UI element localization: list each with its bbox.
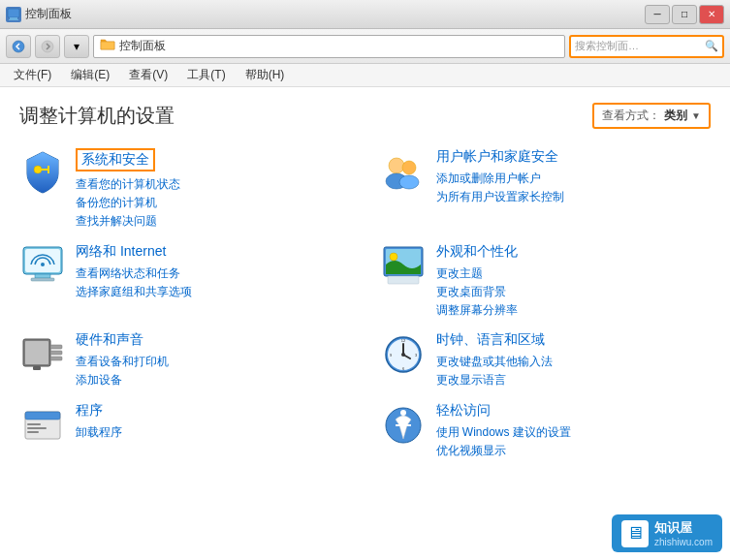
network-link-0[interactable]: 查看网络状态和任务 [76,264,351,283]
menu-bar: 文件(F)编辑(E)查看(V)工具(T)帮助(H) [0,64,730,87]
svg-rect-21 [50,345,62,349]
menu-item-help[interactable]: 帮助(H) [239,65,291,85]
system-security-icon [19,148,66,195]
accessibility-title[interactable]: 轻松访问 [436,402,491,420]
system-security-link-0[interactable]: 查看您的计算机状态 [76,175,351,194]
panels-grid: 系统和安全查看您的计算机状态备份您的计算机查找并解决问题 用户帐户和家庭安全添加… [19,148,711,460]
title-bar-controls: ─ □ ✕ [645,5,724,24]
forward-button[interactable] [35,35,60,58]
recent-button[interactable]: ▾ [64,35,89,58]
svg-rect-23 [50,357,62,360]
panel-user-accounts: 用户帐户和家庭安全添加或删除用户帐户为所有用户设置家长控制 [380,148,712,232]
svg-rect-36 [27,423,41,425]
appearance-link-1[interactable]: 更改桌面背景 [436,283,712,301]
hardware-title[interactable]: 硬件和声音 [76,331,143,349]
address-bar: ▾ 控制面板 搜索控制面… 🔍 [0,29,730,64]
program-info: 程序卸载程序 [76,402,351,442]
network-title[interactable]: 网络和 Internet [76,243,166,261]
network-info: 网络和 Internet查看网络状态和任务选择家庭组和共享选项 [76,243,351,301]
titlebar-icon [6,7,21,22]
svg-rect-1 [10,17,17,19]
user-accounts-icon [380,148,427,195]
svg-point-6 [389,158,404,173]
menu-item-edit[interactable]: 编辑(E) [65,65,115,85]
hardware-link-0[interactable]: 查看设备和打印机 [76,353,351,371]
title-bar-left: 控制面板 [6,6,72,22]
menu-item-view[interactable]: 查看(V) [123,65,174,85]
view-selector-arrow: ▼ [691,110,701,121]
clock-link-0[interactable]: 更改键盘或其他输入法 [436,353,712,371]
svg-rect-12 [35,274,50,278]
program-title[interactable]: 程序 [76,402,103,420]
svg-rect-18 [388,276,419,284]
svg-point-14 [41,263,45,266]
svg-rect-20 [25,341,48,364]
clock-info: 时钟、语言和区域更改键盘或其他输入法更改显示语言 [436,331,712,389]
address-field[interactable]: 控制面板 [93,35,565,58]
main-content: 调整计算机的设置 查看方式： 类别 ▼ 系统和安全查看您的计算机状态备份您的计算… [0,87,730,560]
user-accounts-link-1[interactable]: 为所有用户设置家长控制 [436,188,712,206]
watermark: 🖥 知识屋 zhishiwu.com [612,514,722,552]
user-accounts-info: 用户帐户和家庭安全添加或删除用户帐户为所有用户设置家长控制 [436,148,712,206]
svg-point-4 [42,41,53,52]
svg-text:12: 12 [400,338,405,343]
watermark-text-block: 知识屋 zhishiwu.com [654,519,713,547]
svg-point-8 [402,161,416,174]
appearance-link-0[interactable]: 更改主题 [436,264,712,283]
hardware-icon [19,331,66,378]
svg-rect-22 [50,351,62,355]
accessibility-icon [380,402,427,449]
menu-item-tools[interactable]: 工具(T) [181,65,231,85]
svg-rect-38 [27,431,39,433]
appearance-title[interactable]: 外观和个性化 [436,243,518,261]
panel-clock: 12 3 6 9 时钟、语言和区域更改键盘或其他输入法更改显示语言 [380,331,712,389]
clock-link-1[interactable]: 更改显示语言 [436,371,712,389]
svg-rect-37 [27,427,47,429]
appearance-link-2[interactable]: 调整屏幕分辨率 [436,301,712,320]
view-selector-label: 查看方式： [602,108,660,124]
search-box[interactable]: 搜索控制面… 🔍 [569,35,724,58]
svg-rect-2 [9,19,18,20]
hardware-link-1[interactable]: 添加设备 [76,371,351,389]
user-accounts-title[interactable]: 用户帐户和家庭安全 [436,148,558,166]
accessibility-link-1[interactable]: 优化视频显示 [436,442,712,460]
page-title: 调整计算机的设置 [19,103,175,129]
hardware-info: 硬件和声音查看设备和打印机添加设备 [76,331,351,389]
appearance-icon [380,243,427,290]
appearance-info: 外观和个性化更改主题更改桌面背景调整屏幕分辨率 [436,243,712,321]
clock-icon: 12 3 6 9 [380,331,427,378]
program-link-0[interactable]: 卸载程序 [76,423,351,442]
maximize-button[interactable]: □ [672,5,697,24]
panel-appearance: 外观和个性化更改主题更改桌面背景调整屏幕分辨率 [380,243,712,321]
menu-item-file[interactable]: 文件(F) [8,65,57,85]
title-bar: 控制面板 ─ □ ✕ [0,0,730,29]
view-selector-value: 类别 [664,108,687,124]
accessibility-info: 轻松访问使用 Windows 建议的设置优化视频显示 [436,402,712,460]
folder-icon [100,37,115,55]
address-text: 控制面板 [119,38,166,54]
close-button[interactable]: ✕ [699,5,724,24]
page-header: 调整计算机的设置 查看方式： 类别 ▼ [19,103,711,129]
clock-title[interactable]: 时钟、语言和区域 [436,331,545,349]
system-security-title[interactable]: 系统和安全 [76,148,155,171]
svg-point-3 [13,41,24,52]
system-security-link-1[interactable]: 备份您的计算机 [76,194,351,212]
title-bar-text: 控制面板 [25,6,72,22]
network-icon [19,243,66,290]
search-icon[interactable]: 🔍 [705,40,718,52]
svg-point-9 [399,175,419,189]
minimize-button[interactable]: ─ [645,5,670,24]
panel-system-security: 系统和安全查看您的计算机状态备份您的计算机查找并解决问题 [19,148,351,232]
svg-rect-11 [25,249,60,272]
svg-point-17 [390,253,397,261]
back-button[interactable] [6,35,31,58]
accessibility-link-0[interactable]: 使用 Windows 建议的设置 [436,423,712,442]
panel-hardware: 硬件和声音查看设备和打印机添加设备 [19,331,351,389]
user-accounts-link-0[interactable]: 添加或删除用户帐户 [436,170,712,188]
system-security-link-2[interactable]: 查找并解决问题 [76,212,351,231]
svg-rect-24 [33,366,41,370]
view-selector[interactable]: 查看方式： 类别 ▼ [592,103,711,129]
system-security-info: 系统和安全查看您的计算机状态备份您的计算机查找并解决问题 [76,148,351,232]
network-link-1[interactable]: 选择家庭组和共享选项 [76,283,351,301]
svg-point-29 [401,353,405,357]
